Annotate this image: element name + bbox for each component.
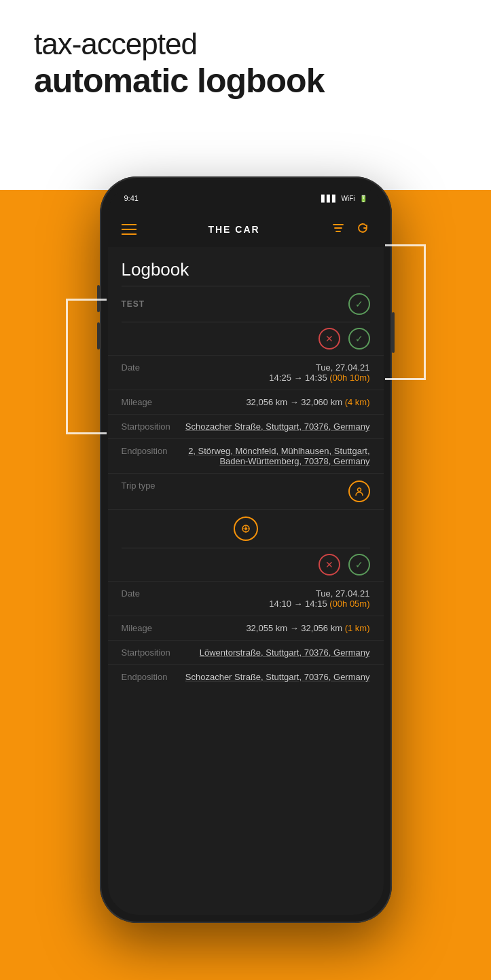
reject-button-1[interactable]: ✕ <box>319 328 340 350</box>
trip1-type-row: Trip type <box>108 473 384 509</box>
phone-screen: 9:41 ▋▋▋ WiFi 🔋 THE CAR <box>108 185 384 915</box>
start-value-2[interactable]: Löwentorstraße, Stuttgart, 70376, German… <box>183 647 370 658</box>
date-label-1: Date <box>122 362 183 373</box>
signal-icon: ▋▋▋ <box>321 195 338 202</box>
distance-1: (4 km) <box>345 397 370 407</box>
end-label-2: Endposition <box>122 672 183 682</box>
trip-type-icon-1[interactable] <box>348 480 370 502</box>
sync-row <box>108 509 384 548</box>
trip1-mileage-row: Mileage 32,056 km → 32,060 km (4 km) <box>108 390 384 414</box>
date-label-2: Date <box>122 588 183 599</box>
check-icon-1[interactable]: ✓ <box>348 293 370 315</box>
menu-button[interactable] <box>122 224 137 235</box>
svg-point-0 <box>357 488 361 491</box>
end-value-1[interactable]: 2, Störweg, Mönchfeld, Mühlhausen, Stutt… <box>183 446 370 466</box>
screen-content: Logbook TEST ✓ ✕ ✓ Date <box>108 247 384 915</box>
trip1-end-row: Endposition 2, Störweg, Mönchfeld, Mühlh… <box>108 438 384 473</box>
action-row-2: ✕ ✓ <box>108 548 384 581</box>
mileage-value-1: 32,056 km → 32,060 km (4 km) <box>183 397 370 407</box>
deco-rect-right <box>385 244 426 380</box>
duration-1: (00h 10m) <box>329 373 369 383</box>
trip2-end-row: Endposition Schozacher Straße, Stuttgart… <box>108 664 384 689</box>
phone-outer: 9:41 ▋▋▋ WiFi 🔋 THE CAR <box>100 176 392 923</box>
date-value-1: Tue, 27.04.21 14:25 → 14:35 (00h 10m) <box>183 362 370 383</box>
action-row-1: ✕ ✓ <box>108 322 384 355</box>
top-nav: THE CAR <box>108 212 384 247</box>
status-bar: 9:41 ▋▋▋ WiFi 🔋 <box>108 185 384 212</box>
accept-button-2[interactable]: ✓ <box>348 554 370 576</box>
status-time: 9:41 <box>124 194 139 202</box>
mileage-label-2: Mileage <box>122 623 183 633</box>
reject-button-2[interactable]: ✕ <box>319 554 340 576</box>
trip1-start-row: Startposition Schozacher Straße, Stuttga… <box>108 414 384 438</box>
sync-icon[interactable] <box>234 516 258 541</box>
headline-bold: automatic logbook <box>34 62 457 101</box>
start-label-2: Startposition <box>122 647 183 658</box>
end-label-1: Endposition <box>122 446 183 456</box>
trip-type-label-1: Trip type <box>122 480 183 491</box>
mileage-label-1: Mileage <box>122 397 183 407</box>
headline-tagline: tax-accepted automatic logbook <box>34 27 457 100</box>
section1-header: TEST ✓ <box>108 286 384 322</box>
trip2-details: Date Tue, 27.04.21 14:10 → 14:15 (00h 05… <box>108 581 384 689</box>
duration-2: (00h 05m) <box>329 599 369 609</box>
headline-area: tax-accepted automatic logbook <box>0 0 491 190</box>
start-value-1[interactable]: Schozacher Straße, Stuttgart, 70376, Ger… <box>183 421 370 432</box>
refresh-icon[interactable] <box>356 221 369 238</box>
section1-label: TEST <box>122 299 145 309</box>
car-title: THE CAR <box>208 224 259 235</box>
end-value-2[interactable]: Schozacher Straße, Stuttgart, 70376, Ger… <box>183 672 370 682</box>
mileage-value-2: 32,055 km → 32,056 km (1 km) <box>183 623 370 633</box>
nav-icons <box>331 221 369 238</box>
trip2-mileage-row: Mileage 32,055 km → 32,056 km (1 km) <box>108 616 384 640</box>
start-label-1: Startposition <box>122 421 183 432</box>
battery-icon: 🔋 <box>359 195 367 202</box>
logbook-title: Logbook <box>108 247 384 286</box>
date-value-2: Tue, 27.04.21 14:10 → 14:15 (00h 05m) <box>183 588 370 609</box>
accept-button-1[interactable]: ✓ <box>348 328 370 350</box>
filter-icon[interactable] <box>331 221 345 238</box>
status-icons: ▋▋▋ WiFi 🔋 <box>321 195 367 202</box>
trip1-details: Date Tue, 27.04.21 14:25 → 14:35 (00h 10… <box>108 355 384 509</box>
trip2-date-row: Date Tue, 27.04.21 14:10 → 14:15 (00h 05… <box>108 581 384 616</box>
wifi-icon: WiFi <box>342 195 355 202</box>
trip2-start-row: Startposition Löwentorstraße, Stuttgart,… <box>108 640 384 664</box>
tagline-text: tax-accepted <box>34 27 197 60</box>
deco-rect-left <box>66 299 107 434</box>
trip1-date-row: Date Tue, 27.04.21 14:25 → 14:35 (00h 10… <box>108 355 384 390</box>
phone-mockup: 9:41 ▋▋▋ WiFi 🔋 THE CAR <box>100 176 392 923</box>
svg-point-2 <box>244 527 247 530</box>
distance-2: (1 km) <box>345 623 370 633</box>
